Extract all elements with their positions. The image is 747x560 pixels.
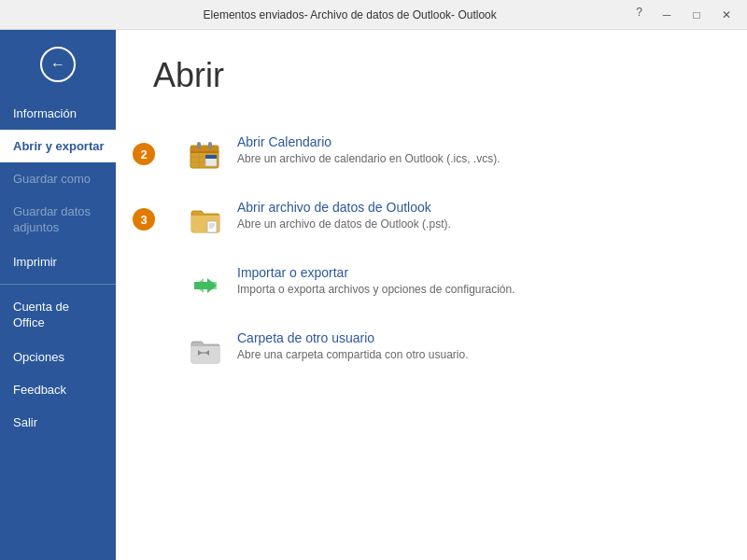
action-title-importar: Importar o exportar	[237, 265, 698, 280]
action-importar-exportar[interactable]: Importar o exportar Importa o exporta ar…	[153, 252, 710, 317]
action-list: 2	[153, 121, 710, 383]
step-badge-2: 2	[133, 143, 155, 165]
action-title-calendar: Abrir Calendario	[237, 134, 698, 149]
sidebar-item-feedback[interactable]: Feedback	[0, 373, 116, 406]
action-desc-datos: Abre un archivo de datos de Outlook (.ps…	[237, 217, 698, 231]
sidebar-item-cuenta-office[interactable]: Cuenta de Office	[0, 290, 116, 341]
svg-rect-10	[205, 155, 217, 159]
app-body: ← Información Abrir y exportar Guardar c…	[0, 30, 747, 560]
folder-data-icon	[187, 202, 224, 239]
calendar-icon	[187, 136, 224, 174]
sidebar-item-opciones[interactable]: Opciones	[0, 341, 116, 373]
svg-rect-8	[208, 142, 212, 149]
minimize-button[interactable]: ─	[654, 6, 680, 24]
svg-rect-11	[207, 221, 217, 232]
svg-rect-7	[197, 142, 201, 149]
action-title-carpeta: Carpeta de otro usuario	[237, 330, 698, 345]
sidebar-item-guardar-como: Guardar como	[0, 162, 116, 195]
action-desc-calendar: Abre un archivo de calendario en Outlook…	[237, 152, 698, 165]
page-title: Abrir	[153, 56, 710, 95]
sidebar-item-informacion[interactable]: Información	[0, 97, 116, 130]
content-area: Abrir 2	[116, 30, 747, 560]
window-title: Elementos enviados- Archivo de datos de …	[63, 8, 636, 21]
help-button[interactable]: ?	[636, 6, 642, 24]
folder-user-icon	[187, 332, 224, 370]
sidebar-item-imprimir[interactable]: Imprimir	[0, 245, 116, 278]
sidebar-item-guardar-datos: Guardar datos adjuntos	[0, 195, 116, 245]
back-button[interactable]: ←	[40, 47, 76, 82]
action-text-carpeta: Carpeta de otro usuario Abre una carpeta…	[237, 330, 698, 361]
sidebar-item-salir[interactable]: Salir	[0, 406, 116, 439]
action-text-calendar: Abrir Calendario Abre un archivo de cale…	[237, 134, 698, 165]
close-button[interactable]: ✕	[713, 6, 740, 24]
action-desc-carpeta: Abre una carpeta compartida con otro usu…	[237, 348, 698, 361]
action-title-datos: Abrir archivo de datos de Outlook	[237, 200, 698, 215]
step-badge-3: 3	[133, 208, 155, 231]
maximize-button[interactable]: □	[684, 6, 710, 24]
action-carpeta-otro[interactable]: Carpeta de otro usuario Abre una carpeta…	[153, 317, 710, 383]
action-desc-importar: Importa o exporta archivos y opciones de…	[237, 283, 698, 296]
action-text-importar: Importar o exportar Importa o exporta ar…	[237, 265, 698, 296]
arrows-icon	[187, 267, 224, 304]
action-abrir-calendario[interactable]: 2	[153, 121, 710, 187]
title-bar: Elementos enviados- Archivo de datos de …	[0, 0, 747, 30]
action-abrir-datos[interactable]: 3 Abrir archivo de datos de Outlook Abre	[153, 187, 710, 252]
svg-rect-2	[190, 151, 218, 153]
sidebar-item-abrir-exportar[interactable]: Abrir y exportar	[0, 130, 116, 162]
action-text-datos: Abrir archivo de datos de Outlook Abre u…	[237, 200, 698, 231]
sidebar-divider	[0, 284, 116, 285]
sidebar: ← Información Abrir y exportar Guardar c…	[0, 30, 116, 560]
